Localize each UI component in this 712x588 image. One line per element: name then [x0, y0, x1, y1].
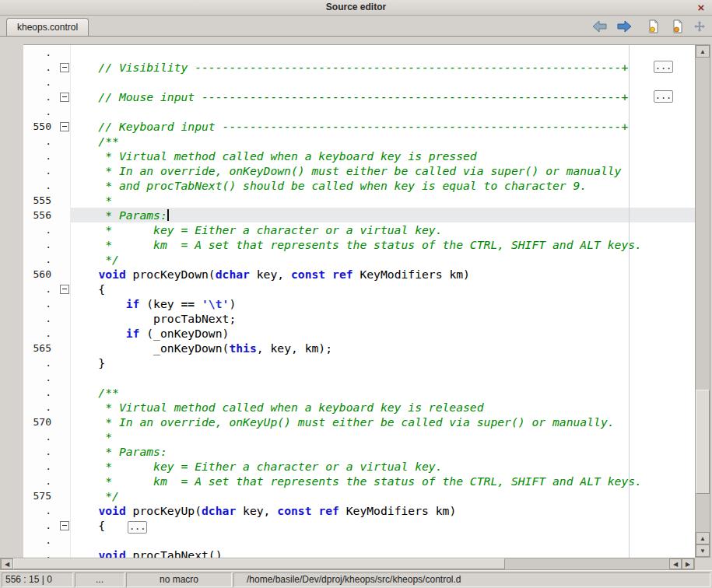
code-line[interactable]: . * Virtual method called when a keyboar… [23, 149, 695, 163]
go-back-button[interactable] [591, 19, 609, 34]
code-line[interactable]: . void procKeyUp(dchar key, const ref Ke… [23, 503, 695, 518]
fold-collapse-icon[interactable] [60, 63, 69, 72]
code-line[interactable]: . [23, 75, 695, 89]
code-line[interactable]: . * km = A set that represents the statu… [23, 474, 695, 488]
code-line[interactable]: . /** [23, 385, 695, 400]
code-area[interactable]: .. // Visibility -----------------------… [23, 45, 695, 558]
code-line[interactable]: . {... [23, 518, 695, 533]
fold-gutter [58, 341, 71, 355]
code-line[interactable]: . * [23, 429, 695, 444]
code-token: */ [71, 489, 119, 502]
scroll-down-button[interactable]: ▼ [696, 544, 710, 557]
code-line[interactable]: . if (key == '\t') [23, 296, 695, 311]
code-line[interactable]: . [23, 533, 695, 548]
code-token [195, 297, 202, 310]
code-text: * km = A set that represents the status … [71, 474, 695, 488]
code-line[interactable]: . */ [23, 252, 695, 267]
code-line[interactable]: . if (_onKeyDown) [23, 326, 695, 341]
code-text: * and procTabNext() should be called whe… [71, 178, 695, 193]
fold-gutter[interactable] [58, 518, 71, 533]
macro-status: no macro [126, 572, 232, 587]
vertical-scroll-thumb[interactable] [696, 390, 710, 494]
code-line[interactable]: 560 void procKeyDown(dchar key, const re… [23, 267, 695, 282]
scroll-left-button[interactable]: ◀ [1, 558, 13, 569]
fold-gutter [58, 252, 71, 267]
line-number: . [23, 474, 58, 488]
code-line[interactable]: . [23, 45, 695, 60]
fold-collapse-icon[interactable] [60, 285, 69, 294]
line-number: . [23, 45, 58, 60]
fold-gutter[interactable] [58, 119, 71, 134]
code-line[interactable]: . procTabNext; [23, 311, 695, 326]
line-number: . [23, 149, 58, 163]
fold-gutter[interactable] [58, 282, 71, 296]
code-line[interactable]: . } [23, 355, 695, 370]
fold-collapse-icon[interactable] [60, 93, 69, 102]
code-text [71, 533, 695, 548]
code-line[interactable]: . * Params: [23, 444, 695, 459]
code-token: const [277, 504, 311, 517]
horizontal-scrollbar[interactable]: ◀ ◀ ▶ [0, 558, 695, 570]
code-token [71, 297, 126, 310]
code-token: * In an override, onKeyUp() must either … [71, 415, 615, 429]
horizontal-scroll-track[interactable] [13, 558, 669, 569]
code-line[interactable]: . * Virtual method called when a keyboar… [23, 400, 695, 415]
fold-gutter[interactable] [58, 60, 71, 75]
code-text: _onKeyDown(this, key, km); [71, 341, 695, 355]
fold-gutter [58, 237, 71, 252]
code-line[interactable]: . void procTabNext() [23, 548, 695, 558]
title-bar[interactable]: Source editor × [0, 0, 712, 16]
code-line[interactable]: . [23, 104, 695, 119]
fold-collapse-icon[interactable] [60, 122, 69, 131]
scroll-right-button[interactable]: ▶ [682, 558, 694, 569]
fold-gutter [58, 326, 71, 341]
code-token [71, 327, 126, 340]
detach-editor-button[interactable] [693, 19, 706, 34]
code-line[interactable]: . [23, 370, 695, 385]
fold-gutter [58, 474, 71, 488]
fold-ellipsis[interactable]: ... [654, 61, 673, 73]
code-line[interactable]: . * In an override, onKeyDown() must eit… [23, 163, 695, 178]
code-line[interactable]: . * km = A set that represents the statu… [23, 237, 695, 252]
scroll-up-button-2[interactable]: ▲ [696, 532, 710, 544]
close-button[interactable]: × [695, 0, 707, 14]
code-line[interactable]: . { [23, 282, 695, 296]
fold-gutter [58, 311, 71, 326]
document-button-2[interactable] [669, 19, 686, 34]
fold-collapse-icon[interactable] [60, 521, 69, 530]
document-button-1[interactable] [645, 19, 662, 34]
code-line[interactable]: 550 // Keyboard input ------------------… [23, 119, 695, 134]
code-line[interactable]: 575 */ [23, 488, 695, 503]
code-editor[interactable]: .. // Visibility -----------------------… [23, 44, 695, 558]
code-line[interactable]: . // Mouse input -----------------------… [23, 89, 695, 104]
code-line[interactable]: . /** [23, 134, 695, 149]
code-token: ) [229, 297, 236, 310]
fold-ellipsis[interactable]: ... [128, 521, 147, 534]
scroll-left-button-2[interactable]: ◀ [669, 558, 682, 569]
code-token: == [181, 297, 195, 310]
status-ellipsis: ... [75, 572, 125, 587]
code-token: _onKeyDown( [71, 341, 229, 355]
fold-ellipsis[interactable]: ... [654, 90, 673, 103]
code-token: * key = Either a character or a virtual … [71, 223, 443, 236]
code-line[interactable]: 556 * Params: [23, 208, 695, 222]
tab-kheops-control[interactable]: kheops.control [6, 18, 89, 36]
code-line[interactable]: 555 * [23, 193, 695, 208]
right-margin-line [629, 45, 630, 558]
go-forward-button[interactable] [616, 19, 633, 34]
code-text: */ [71, 252, 695, 267]
vertical-scrollbar[interactable]: ▲ ▲ ▼ [695, 44, 710, 558]
code-line[interactable]: . * key = Either a character or a virtua… [23, 222, 695, 237]
horizontal-scroll-thumb[interactable] [13, 558, 505, 569]
code-token: * and procTabNext() should be called whe… [71, 179, 587, 192]
vertical-scroll-track[interactable] [696, 58, 710, 532]
code-line[interactable]: . * and procTabNext() should be called w… [23, 178, 695, 193]
code-line[interactable]: . * key = Either a character or a virtua… [23, 459, 695, 474]
fold-gutter[interactable] [58, 89, 71, 104]
code-line[interactable]: . // Visibility ------------------------… [23, 60, 695, 75]
code-line[interactable]: 570 * In an override, onKeyUp() must eit… [23, 415, 695, 429]
line-number: . [23, 400, 58, 415]
code-line[interactable]: 565 _onKeyDown(this, key, km); [23, 341, 695, 355]
scroll-up-button[interactable]: ▲ [696, 45, 710, 58]
line-number: . [23, 311, 58, 326]
